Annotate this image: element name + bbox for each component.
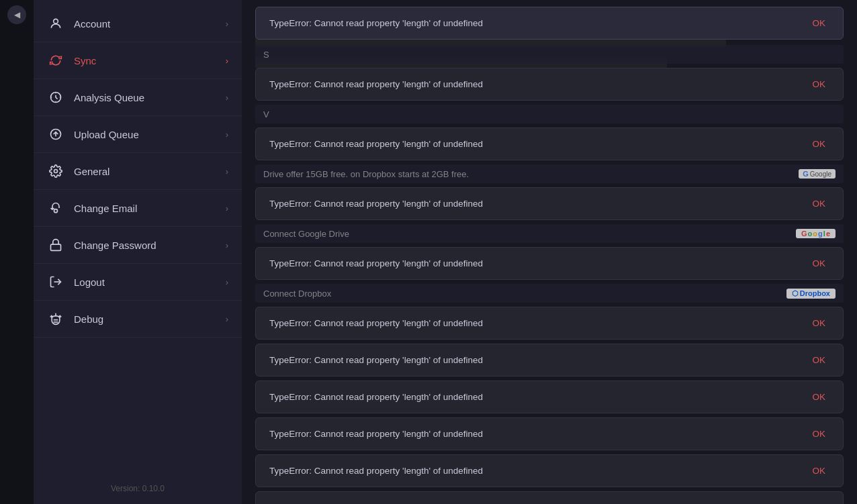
ok-button[interactable]: OK bbox=[808, 391, 829, 403]
chevron-right-icon: › bbox=[226, 203, 228, 213]
analysis-icon bbox=[47, 89, 64, 106]
sidebar-item-label: Upload Queue bbox=[74, 129, 226, 140]
error-message: TypeError: Cannot read property 'length'… bbox=[269, 139, 808, 149]
chevron-right-icon: › bbox=[226, 166, 228, 177]
error-message: TypeError: Cannot read property 'length'… bbox=[269, 318, 808, 328]
sidebar-item-upload-queue[interactable]: Upload Queue › bbox=[34, 116, 242, 153]
sidebar-item-label: General bbox=[74, 166, 226, 177]
error-dialog: TypeError: Cannot read property 'length'… bbox=[255, 344, 844, 376]
partial-text: Connect Dropbox bbox=[263, 289, 331, 299]
version-label: Version: 0.10.0 bbox=[34, 473, 242, 504]
left-bar: ◀ bbox=[0, 0, 34, 504]
sidebar-item-label: Logout bbox=[74, 276, 226, 288]
password-icon bbox=[47, 236, 64, 254]
error-dialog: TypeError: Cannot read property 'length'… bbox=[255, 417, 844, 450]
ok-button[interactable]: OK bbox=[808, 501, 829, 504]
sidebar-item-label: Debug bbox=[74, 313, 226, 325]
sidebar-item-label: Change Email bbox=[74, 203, 226, 214]
sidebar-item-sync[interactable]: Sync › bbox=[34, 42, 242, 79]
error-dialog: TypeError: Cannot read property 'length'… bbox=[255, 454, 844, 487]
sidebar-item-general[interactable]: General › bbox=[34, 153, 242, 190]
account-icon bbox=[47, 15, 64, 32]
sync-icon bbox=[47, 52, 64, 69]
error-dialog: TypeError: Cannot read property 'length'… bbox=[255, 68, 844, 101]
partial-text: Connect Google Drive bbox=[263, 229, 349, 239]
partial-row-4: Connect Google Drive Google bbox=[255, 224, 844, 243]
dropbox-connect-badge: ⬡Dropbox bbox=[786, 289, 836, 299]
error-dialog: TypeError: Cannot read property 'length'… bbox=[255, 128, 844, 160]
ok-button[interactable]: OK bbox=[808, 78, 829, 91]
chevron-right-icon: › bbox=[226, 314, 228, 324]
debug-icon bbox=[47, 310, 64, 327]
chevron-right-icon: › bbox=[226, 130, 228, 140]
sidebar-item-debug[interactable]: Debug › bbox=[34, 301, 242, 338]
general-icon bbox=[47, 162, 64, 180]
error-dialog: TypeError: Cannot read property 'length'… bbox=[255, 491, 844, 504]
error-dialog: TypeError: Cannot read property 'length'… bbox=[255, 381, 844, 413]
partial-text: Drive offer 15GB free. on Dropbox starts… bbox=[263, 169, 469, 179]
ok-button[interactable]: OK bbox=[808, 257, 829, 270]
sidebar: Account › Sync › Analysis Queue › Upload… bbox=[34, 0, 242, 504]
ok-button[interactable]: OK bbox=[808, 427, 829, 440]
sidebar-item-label: Change Password bbox=[74, 240, 226, 251]
ok-button[interactable]: OK bbox=[808, 354, 829, 366]
google-connect-badge: Google bbox=[796, 229, 836, 238]
ok-button[interactable]: OK bbox=[808, 197, 829, 210]
chevron-right-icon: › bbox=[226, 56, 228, 66]
ok-button[interactable]: OK bbox=[808, 464, 829, 477]
error-dialog: TypeError: Cannot read property 'length'… bbox=[255, 7, 844, 40]
sidebar-item-change-password[interactable]: Change Password › bbox=[34, 227, 242, 264]
partial-text: S bbox=[263, 50, 269, 60]
sidebar-item-account[interactable]: Account › bbox=[34, 5, 242, 42]
error-message: TypeError: Cannot read property 'length'… bbox=[269, 199, 808, 209]
chevron-right-icon: › bbox=[226, 240, 228, 250]
sidebar-item-label: Analysis Queue bbox=[74, 92, 226, 103]
partial-row-3: Drive offer 15GB free. on Dropbox starts… bbox=[255, 164, 844, 183]
sidebar-item-label: Sync bbox=[74, 55, 226, 66]
error-message: TypeError: Cannot read property 'length'… bbox=[269, 355, 808, 365]
chevron-right-icon: › bbox=[226, 277, 228, 287]
svg-point-3 bbox=[54, 170, 58, 173]
sidebar-item-logout[interactable]: Logout › bbox=[34, 264, 242, 301]
collapse-button[interactable]: ◀ bbox=[7, 5, 26, 24]
error-message: TypeError: Cannot read property 'length'… bbox=[269, 258, 808, 268]
error-message: TypeError: Cannot read property 'length'… bbox=[269, 18, 808, 28]
svg-point-0 bbox=[54, 19, 58, 23]
svg-point-4 bbox=[54, 209, 58, 213]
error-dialog: TypeError: Cannot read property 'length'… bbox=[255, 307, 844, 340]
partial-row-2: V bbox=[255, 105, 844, 123]
sidebar-item-label: Account bbox=[74, 18, 226, 30]
chevron-right-icon: › bbox=[226, 19, 228, 29]
google-icon: G bbox=[803, 170, 809, 178]
email-icon bbox=[47, 199, 64, 217]
ok-button[interactable]: OK bbox=[808, 138, 829, 150]
partial-text: V bbox=[263, 109, 269, 119]
upload-icon bbox=[47, 125, 64, 143]
partial-row-5: Connect Dropbox ⬡Dropbox bbox=[255, 284, 844, 303]
main-content: TypeError: Cannot read property 'length'… bbox=[242, 0, 857, 504]
ok-button[interactable]: OK bbox=[808, 17, 829, 30]
sidebar-item-analysis-queue[interactable]: Analysis Queue › bbox=[34, 79, 242, 116]
ok-button[interactable]: OK bbox=[808, 317, 829, 330]
error-message: TypeError: Cannot read property 'length'… bbox=[269, 392, 808, 402]
collapse-icon: ◀ bbox=[14, 10, 20, 19]
dialogs-container: TypeError: Cannot read property 'length'… bbox=[242, 0, 857, 504]
error-dialog: TypeError: Cannot read property 'length'… bbox=[255, 187, 844, 220]
partial-row-1: S bbox=[255, 45, 844, 64]
chevron-right-icon: › bbox=[226, 93, 228, 103]
error-dialog: TypeError: Cannot read property 'length'… bbox=[255, 247, 844, 280]
error-message: TypeError: Cannot read property 'length'… bbox=[269, 466, 808, 476]
sidebar-item-change-email[interactable]: Change Email › bbox=[34, 190, 242, 227]
error-message: TypeError: Cannot read property 'length'… bbox=[269, 79, 808, 89]
error-message: TypeError: Cannot read property 'length'… bbox=[269, 429, 808, 439]
logout-icon bbox=[47, 273, 64, 291]
svg-rect-5 bbox=[51, 244, 61, 250]
sidebar-menu: Account › Sync › Analysis Queue › Upload… bbox=[34, 0, 242, 473]
google-badge: G Google bbox=[799, 169, 836, 179]
